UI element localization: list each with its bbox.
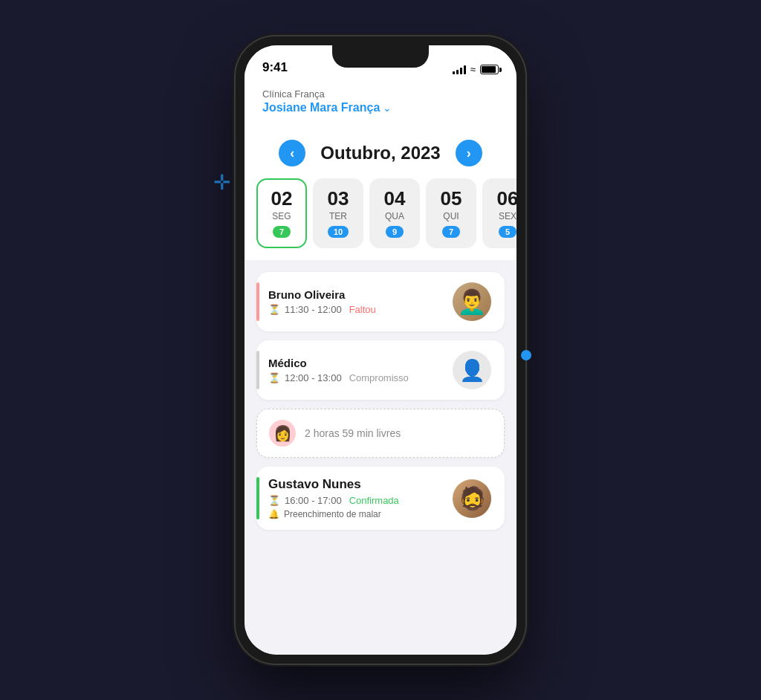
day-card-02[interactable]: 02 SEG 7: [256, 178, 307, 248]
free-time-card: 👩 2 horas 59 min livres: [256, 409, 505, 458]
appt-border: [256, 282, 259, 321]
clock-icon: ⏳: [268, 372, 280, 383]
cross-decoration: ✛: [213, 170, 230, 195]
clock-icon: ⏳: [268, 304, 280, 315]
bell-icon: 🔔: [268, 509, 279, 519]
appointment-gustavo[interactable]: Gustavo Nunes ⏳ 16:00 - 17:00 Confirmada…: [256, 467, 505, 530]
appt-patient-name: Bruno Oliveira: [268, 288, 447, 301]
appt-patient-name: Gustavo Nunes: [268, 477, 447, 492]
phone-frame: 9:41 ≈ Clínica França Josiane Mara Franç…: [236, 36, 525, 664]
appt-info: Médico ⏳ 12:00 - 13:00 Compromisso: [268, 357, 447, 383]
app-header: Clínica França Josiane Mara França ⌄: [245, 82, 516, 125]
day-card-05[interactable]: 05 QUI 7: [426, 178, 476, 248]
next-month-button[interactable]: ›: [456, 140, 482, 166]
day-name: TER: [329, 211, 347, 221]
day-card-06[interactable]: 06 SEX 5: [482, 178, 516, 248]
status-time: 9:41: [262, 60, 288, 77]
signal-icon: [453, 65, 466, 74]
day-card-03[interactable]: 03 TER 10: [313, 178, 363, 248]
appointment-medico[interactable]: Médico ⏳ 12:00 - 13:00 Compromisso: [256, 340, 505, 400]
day-name: SEX: [499, 211, 516, 221]
phone-screen: 9:41 ≈ Clínica França Josiane Mara Franç…: [245, 45, 516, 655]
status-icons: ≈: [453, 64, 499, 77]
notch: [332, 45, 429, 68]
day-badge: 7: [273, 226, 291, 238]
dot-decoration: [521, 350, 531, 360]
month-title: Outubro, 2023: [320, 143, 440, 163]
appt-status: Compromisso: [349, 372, 409, 383]
appt-status: Faltou: [349, 304, 376, 315]
avatar-gustavo: [453, 479, 491, 518]
day-number: 05: [441, 189, 462, 208]
appt-time-row: ⏳ 12:00 - 13:00 Compromisso: [268, 372, 447, 383]
day-number: 03: [328, 189, 349, 208]
appt-info: Gustavo Nunes ⏳ 16:00 - 17:00 Confirmada…: [268, 477, 447, 519]
clock-icon: ⏳: [268, 495, 280, 506]
day-card-04[interactable]: 04 QUA 9: [369, 178, 420, 248]
free-time-text: 2 horas 59 min livres: [305, 427, 401, 439]
day-number: 06: [497, 189, 516, 208]
day-name: SEG: [272, 211, 291, 221]
appt-time: 11:30 - 12:00: [285, 304, 342, 315]
wifi-icon: ≈: [470, 64, 476, 75]
avatar-bruno: [453, 282, 491, 321]
doctor-selector[interactable]: Josiane Mara França ⌄: [262, 101, 499, 114]
appt-note-text: Preenchimento de malar: [284, 509, 381, 519]
appt-border: [256, 477, 259, 519]
clinic-name: Clínica França: [262, 88, 499, 100]
battery-icon: [480, 65, 499, 74]
day-selector: 02 SEG 7 03 TER 10 04 QUA 9 05 QUI 7: [245, 178, 516, 260]
day-number: 04: [384, 189, 406, 208]
appt-patient-name: Médico: [268, 357, 447, 369]
day-badge: 7: [442, 226, 460, 238]
appt-time: 12:00 - 13:00: [285, 372, 342, 383]
appt-note: 🔔 Preenchimento de malar: [268, 509, 447, 519]
day-badge: 5: [499, 226, 516, 238]
appointments-list: Bruno Oliveira ⏳ 11:30 - 12:00 Faltou Mé…: [245, 260, 516, 542]
appt-info: Bruno Oliveira ⏳ 11:30 - 12:00 Faltou: [268, 288, 447, 315]
appt-border: [256, 351, 259, 389]
day-name: QUI: [443, 211, 459, 221]
month-navigation: ‹ Outubro, 2023 ›: [245, 125, 516, 178]
day-number: 02: [271, 189, 293, 208]
day-name: QUA: [385, 211, 404, 221]
appt-time: 16:00 - 17:00: [285, 495, 342, 506]
avatar-medico: [453, 351, 491, 389]
appt-status: Confirmada: [349, 495, 399, 506]
appt-time-row: ⏳ 11:30 - 12:00 Faltou: [268, 304, 447, 315]
free-time-avatar: 👩: [269, 420, 296, 447]
appt-time-row: ⏳ 16:00 - 17:00 Confirmada: [268, 495, 447, 506]
scroll-content[interactable]: ‹ Outubro, 2023 › 02 SEG 7 03 TER 10 0: [245, 125, 516, 655]
appointment-bruno[interactable]: Bruno Oliveira ⏳ 11:30 - 12:00 Faltou: [256, 272, 505, 331]
day-badge: 10: [328, 226, 349, 238]
chevron-down-icon: ⌄: [383, 102, 392, 114]
prev-month-button[interactable]: ‹: [279, 140, 305, 166]
day-badge: 9: [386, 226, 404, 238]
doctor-name: Josiane Mara França: [262, 101, 380, 114]
